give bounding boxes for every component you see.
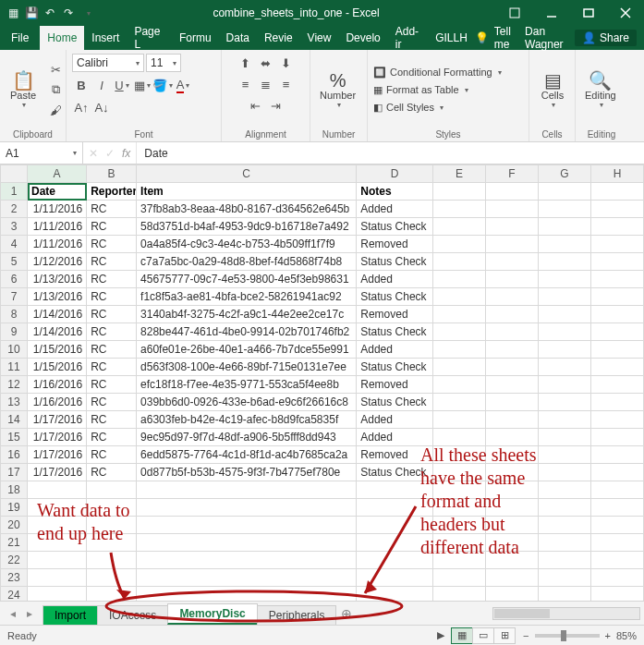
cell[interactable]: Notes: [357, 183, 433, 201]
cell[interactable]: RC: [87, 253, 137, 271]
cell[interactable]: [539, 183, 591, 201]
cell[interactable]: Added: [357, 429, 433, 446]
row-header[interactable]: 14: [1, 411, 28, 429]
cell[interactable]: [137, 569, 357, 587]
font-color-button[interactable]: A▾: [174, 76, 192, 94]
cell[interactable]: RC: [87, 394, 137, 411]
cell[interactable]: Removed: [357, 446, 433, 464]
cell[interactable]: 3140ab4f-3275-4c2f-a9c1-44e2ee2ce17c: [137, 306, 357, 323]
cell[interactable]: RC: [87, 218, 137, 236]
cell[interactable]: [590, 429, 643, 446]
row-header[interactable]: 13: [1, 394, 28, 411]
cell[interactable]: [590, 341, 643, 359]
cell[interactable]: Added: [357, 271, 433, 288]
cell[interactable]: [433, 464, 486, 481]
new-sheet-button[interactable]: ⊕: [335, 604, 358, 623]
cell[interactable]: Added: [357, 341, 433, 359]
tab-nav-next-icon[interactable]: ▸: [22, 607, 37, 620]
cell[interactable]: [539, 306, 591, 323]
cell[interactable]: RC: [87, 323, 137, 341]
cell[interactable]: Removed: [357, 236, 433, 253]
cell[interactable]: [539, 534, 591, 552]
cell[interactable]: [590, 236, 643, 253]
cell[interactable]: [357, 481, 433, 499]
cell[interactable]: [433, 517, 486, 534]
cell[interactable]: [486, 341, 539, 359]
cell[interactable]: [433, 446, 486, 464]
tab-addins[interactable]: Add-ir: [388, 26, 428, 50]
cell[interactable]: [590, 394, 643, 411]
cell[interactable]: [539, 569, 591, 587]
cell[interactable]: [433, 341, 486, 359]
cell[interactable]: [433, 288, 486, 306]
cell[interactable]: [486, 183, 539, 201]
col-header-H[interactable]: H: [590, 165, 643, 183]
row-header[interactable]: 21: [1, 534, 28, 552]
cell[interactable]: [590, 481, 643, 499]
select-all-corner[interactable]: [1, 165, 28, 183]
row-header[interactable]: 1: [1, 183, 28, 201]
row-header[interactable]: 9: [1, 323, 28, 341]
cell[interactable]: 58d3751d-b4af-4953-9dc9-b16718e7a492: [137, 218, 357, 236]
copy-icon[interactable]: ⧉: [46, 80, 65, 99]
undo-icon[interactable]: ↶: [43, 6, 57, 20]
cell[interactable]: [433, 218, 486, 236]
cell[interactable]: [433, 271, 486, 288]
row-header[interactable]: 22: [1, 552, 28, 569]
number-format-button[interactable]: % Number ▾: [316, 69, 359, 111]
tab-data[interactable]: Data: [219, 26, 257, 50]
cell[interactable]: 1/17/2016: [28, 464, 87, 481]
col-header-F[interactable]: F: [486, 165, 539, 183]
row-header[interactable]: 6: [1, 271, 28, 288]
cell[interactable]: [590, 253, 643, 271]
cell[interactable]: [433, 376, 486, 394]
cell[interactable]: [357, 499, 433, 517]
ribbon-options-icon[interactable]: [496, 0, 533, 26]
cell[interactable]: [486, 429, 539, 446]
cell[interactable]: [28, 552, 87, 569]
format-as-table-button[interactable]: ▦Format as Table ▾: [373, 84, 502, 96]
cell[interactable]: [590, 569, 643, 587]
cell[interactable]: [539, 517, 591, 534]
zoom-out-button[interactable]: −: [523, 630, 529, 641]
cell[interactable]: [539, 429, 591, 446]
cell[interactable]: [137, 552, 357, 569]
zoom-value[interactable]: 85%: [616, 630, 637, 641]
italic-button[interactable]: I: [92, 76, 111, 94]
cell[interactable]: [87, 552, 137, 569]
cell[interactable]: 1/17/2016: [28, 429, 87, 446]
col-header-G[interactable]: G: [539, 165, 591, 183]
decrease-indent-icon[interactable]: ⇤: [247, 96, 265, 115]
enter-fx-icon[interactable]: ✓: [105, 147, 115, 160]
col-header-D[interactable]: D: [357, 165, 433, 183]
col-header-B[interactable]: B: [87, 165, 137, 183]
cell[interactable]: [433, 253, 486, 271]
cell[interactable]: a6303feb-b42e-4c19-afec-b8d9fca5835f: [137, 411, 357, 429]
cell[interactable]: [486, 446, 539, 464]
cell[interactable]: [357, 569, 433, 587]
cell[interactable]: [486, 323, 539, 341]
cell[interactable]: 9ec95d97-9f7d-48df-a906-5b5fff8dd943: [137, 429, 357, 446]
share-button[interactable]: 👤 Share: [575, 30, 637, 46]
cell[interactable]: [486, 552, 539, 569]
row-header[interactable]: 2: [1, 201, 28, 218]
view-normal-button[interactable]: ▦: [451, 627, 473, 644]
cell[interactable]: [590, 534, 643, 552]
cell[interactable]: 1/14/2016: [28, 323, 87, 341]
cell[interactable]: [486, 376, 539, 394]
cell[interactable]: [590, 446, 643, 464]
border-button[interactable]: ▦▾: [133, 76, 152, 94]
row-header[interactable]: 16: [1, 446, 28, 464]
cell[interactable]: [486, 569, 539, 587]
cell[interactable]: [539, 464, 591, 481]
cell[interactable]: [486, 306, 539, 323]
cell[interactable]: [590, 376, 643, 394]
cell[interactable]: Status Check: [357, 288, 433, 306]
cell[interactable]: [433, 236, 486, 253]
cell-styles-button[interactable]: ◧Cell Styles ▾: [373, 102, 502, 114]
row-header[interactable]: 8: [1, 306, 28, 323]
close-button[interactable]: [607, 0, 644, 26]
cells-button[interactable]: ▤ Cells ▾: [535, 69, 570, 111]
cell[interactable]: Added: [357, 201, 433, 218]
zoom-in-button[interactable]: +: [605, 630, 611, 641]
